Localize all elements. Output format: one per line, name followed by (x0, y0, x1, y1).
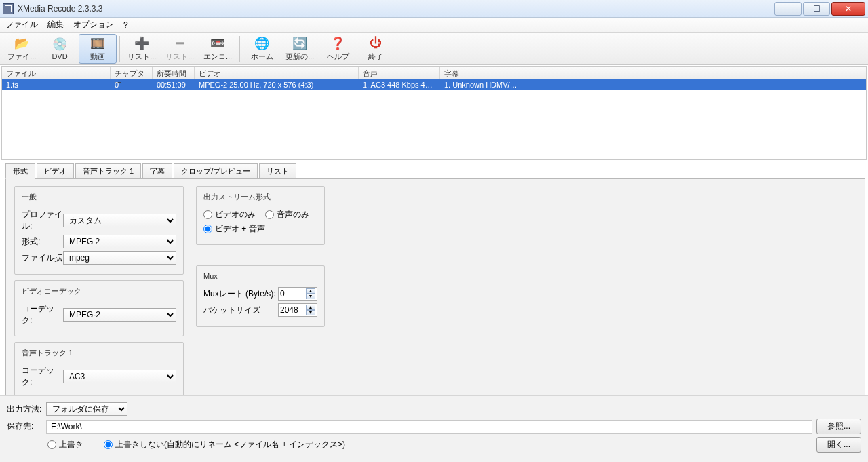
radio-video-only[interactable] (203, 210, 212, 219)
open-button[interactable]: 開く... (816, 437, 861, 453)
close-button[interactable]: ✕ (831, 2, 865, 16)
spin-up-icon[interactable]: ▲ (306, 305, 315, 310)
plus-icon: ➕ (134, 36, 149, 51)
menu-help[interactable]: ? (123, 20, 128, 30)
legend-audiotrack: 音声トラック 1 (19, 348, 75, 358)
input-muxrate[interactable] (280, 288, 304, 300)
help-icon: ❓ (330, 36, 345, 51)
label-format: 形式: (22, 236, 63, 248)
col-duration[interactable]: 所要時間 (153, 67, 195, 79)
tool-remlist-label: リスト... (165, 52, 194, 62)
spin-up-icon[interactable]: ▲ (306, 288, 315, 294)
tool-file[interactable]: 📂ファイ... (3, 34, 41, 64)
tab-format[interactable]: 形式 (5, 163, 35, 179)
label-audio-only: 音声のみ (277, 209, 309, 220)
col-audio[interactable]: 音声 (359, 67, 440, 79)
tool-dvd[interactable]: 💿DVD (41, 34, 79, 64)
browse-button[interactable]: 参照... (816, 419, 861, 434)
maximize-button[interactable]: ☐ (803, 2, 830, 16)
label-both: ビデオ + 音声 (215, 223, 265, 235)
spin-down-icon[interactable]: ▼ (306, 310, 315, 315)
tool-update[interactable]: 🔄更新の... (281, 34, 319, 64)
spin-muxrate[interactable]: ▲▼ (278, 287, 317, 301)
footer: 出力方法: フォルダに保存 保存先: E:\Work\ 参照... 上書き 上書… (0, 395, 868, 462)
group-mux: Mux Muxレート (Byte/s): ▲▼ パケットサイズ ▲▼ (196, 265, 325, 327)
select-vcodec[interactable]: MPEG-2 (63, 308, 176, 322)
tool-exit[interactable]: ⏻終了 (357, 34, 395, 64)
table-row[interactable]: 1.ts 0 00:51:09 MPEG-2 25.00 Hz, 720 x 5… (2, 79, 866, 90)
label-video-only: ビデオのみ (215, 209, 256, 220)
file-table: ファイル チャプター 所要時間 ビデオ 音声 字幕 1.ts 0 00:51:0… (1, 66, 867, 160)
titlebar: XMedia Recode 2.3.3.3 ─ ☐ ✕ (0, 0, 868, 18)
col-video[interactable]: ビデオ (195, 67, 359, 79)
cell-video: MPEG-2 25.00 Hz, 720 x 576 (4:3) (195, 79, 359, 90)
radio-overwrite[interactable] (47, 440, 56, 449)
legend-general: 一般 (19, 192, 39, 202)
col-file[interactable]: ファイル (2, 67, 111, 79)
select-profile[interactable]: カスタム (63, 214, 176, 227)
select-outmethod[interactable]: フォルダに保存 (46, 402, 127, 416)
path-saveto: E:\Work\ (46, 420, 812, 434)
tool-file-label: ファイ... (7, 52, 36, 62)
tab-list[interactable]: リスト (259, 163, 296, 179)
radio-both[interactable] (203, 225, 212, 233)
film-icon: 🎞️ (90, 36, 105, 51)
label-muxrate: Muxレート (Byte/s): (203, 288, 278, 300)
tool-exit-label: 終了 (368, 52, 383, 62)
label-pktsize: パケットサイズ (203, 305, 278, 316)
cell-duration: 00:51:09 (153, 79, 195, 90)
cell-file: 1.ts (2, 79, 111, 90)
label-profile: プロファイル: (22, 209, 63, 232)
tool-dvd-label: DVD (52, 52, 67, 60)
tool-home-label: ホーム (251, 52, 273, 62)
tool-add-list[interactable]: ➕リスト... (123, 34, 161, 64)
col-chapter[interactable]: チャプター (111, 67, 153, 79)
format-panel: 一般 プロファイル:カスタム 形式:MPEG 2 ファイル拡mpeg ビデオコー… (5, 178, 865, 409)
label-outmethod: 出力方法: (7, 404, 46, 415)
tab-audio1[interactable]: 音声トラック 1 (75, 163, 141, 179)
label-noover: 上書きしない(自動的にリネーム <ファイル名 + インデックス>) (115, 439, 345, 450)
legend-videocodec: ビデオコーデック (19, 286, 84, 296)
spin-pktsize[interactable]: ▲▼ (278, 303, 317, 317)
tool-encode-label: エンコ... (203, 52, 232, 62)
tool-help[interactable]: ❓ヘルプ (319, 34, 357, 64)
cell-audio: 1. AC3 448 Kbps 4800... (359, 79, 440, 90)
radio-audio-only[interactable] (265, 210, 274, 219)
bottom-tabs: 形式 ビデオ 音声トラック 1 字幕 クロップ/プレビュー リスト (5, 163, 865, 178)
tab-subtitle[interactable]: 字幕 (142, 163, 172, 179)
tool-remove-list[interactable]: ━リスト... (161, 34, 199, 64)
label-vcodec: コーデック: (22, 303, 63, 326)
menu-edit[interactable]: 編集 (47, 19, 64, 31)
disc-icon: 💿 (52, 37, 67, 52)
tool-addlist-label: リスト... (127, 52, 156, 62)
tool-movie[interactable]: 🎞️動画 (79, 34, 117, 64)
legend-outstream: 出力ストリーム形式 (201, 192, 273, 202)
tool-update-label: 更新の... (285, 52, 314, 62)
radio-noover[interactable] (104, 440, 113, 449)
label-saveto: 保存先: (7, 421, 46, 432)
menu-options[interactable]: オプション (73, 19, 114, 31)
file-table-header: ファイル チャプター 所要時間 ビデオ 音声 字幕 (2, 67, 866, 79)
tool-encode[interactable]: 📼エンコ... (199, 34, 237, 64)
label-overwrite: 上書き (59, 439, 83, 450)
toolbar-separator (119, 36, 120, 62)
group-audiotrack: 音声トラック 1 コーデック:AC3 (14, 342, 184, 398)
folder-open-icon: 📂 (14, 36, 29, 51)
minus-icon: ━ (172, 36, 187, 51)
tab-crop[interactable]: クロップ/プレビュー (174, 163, 258, 179)
select-ext[interactable]: mpeg (63, 251, 176, 265)
label-acodec: コーデック: (22, 365, 63, 388)
col-subtitle[interactable]: 字幕 (440, 67, 521, 79)
select-format[interactable]: MPEG 2 (63, 235, 176, 248)
tool-help-label: ヘルプ (327, 52, 349, 62)
tab-video[interactable]: ビデオ (37, 163, 74, 179)
minimize-button[interactable]: ─ (774, 2, 802, 16)
spin-down-icon[interactable]: ▼ (306, 294, 315, 299)
input-pktsize[interactable] (280, 304, 304, 316)
tool-home[interactable]: 🌐ホーム (243, 34, 281, 64)
menu-file[interactable]: ファイル (5, 19, 38, 31)
group-general: 一般 プロファイル:カスタム 形式:MPEG 2 ファイル拡mpeg (14, 186, 184, 275)
globe-icon: 🌐 (254, 36, 269, 51)
group-videocodec: ビデオコーデック コーデック:MPEG-2 (14, 280, 184, 336)
select-acodec[interactable]: AC3 (63, 370, 176, 383)
